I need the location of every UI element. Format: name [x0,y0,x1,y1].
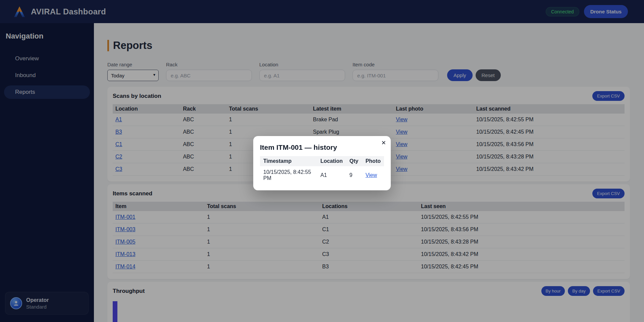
cell-timestamp: 10/15/2025, 8:42:55 PM [260,166,317,184]
cell-photo: View [362,166,384,184]
item-history-table: TimestampLocationQtyPhoto 10/15/2025, 8:… [260,156,384,184]
column-header: Qty [346,156,362,166]
column-header: Timestamp [260,156,317,166]
cell-location: A1 [317,166,346,184]
photo-view-link[interactable]: View [366,172,377,178]
close-icon[interactable]: ✕ [381,139,386,146]
column-header: Photo [362,156,384,166]
column-header: Location [317,156,346,166]
table-header-row: TimestampLocationQtyPhoto [260,156,384,166]
table-row: 10/15/2025, 8:42:55 PMA19View [260,166,384,184]
modal-title: Item ITM-001 — history [260,143,384,151]
item-history-modal: ✕ Item ITM-001 — history TimestampLocati… [253,136,391,190]
cell-qty: 9 [346,166,362,184]
